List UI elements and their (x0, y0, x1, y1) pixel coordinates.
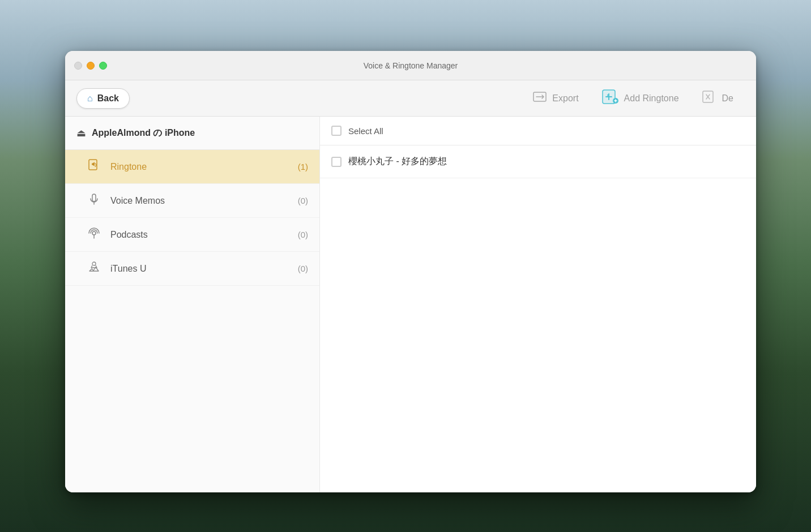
sidebar-podcasts-label: Podcasts (110, 230, 298, 240)
back-label: Back (97, 93, 119, 104)
export-label: Export (552, 93, 578, 104)
titlebar: Voice & Ringtone Manager (65, 51, 756, 80)
content-area: ⏏ AppleAlmond の iPhone Ringtone (1) (65, 117, 756, 492)
export-button[interactable]: Export (520, 84, 590, 113)
app-window: Voice & Ringtone Manager ⌂ Back Export (65, 51, 756, 492)
add-ringtone-label: Add Ringtone (624, 93, 679, 104)
add-ringtone-button[interactable]: Add Ringtone (590, 83, 690, 114)
device-eject-icon: ⏏ (76, 127, 86, 139)
maximize-button[interactable] (99, 62, 107, 70)
select-all-checkbox[interactable] (331, 126, 342, 136)
sidebar-itunes-u-count: (0) (298, 264, 308, 273)
ringtone-icon (88, 159, 105, 174)
device-name: AppleAlmond の iPhone (92, 127, 195, 139)
table-row[interactable]: 櫻桃小丸子 - 好多的夢想 (320, 145, 756, 178)
sidebar-itunes-u-label: iTunes U (110, 264, 298, 274)
svg-point-7 (92, 231, 96, 235)
device-header: ⏏ AppleAlmond の iPhone (65, 117, 319, 150)
sidebar-item-podcasts[interactable]: Podcasts (0) (65, 218, 319, 252)
select-all-label: Select All (348, 126, 383, 136)
sidebar-ringtone-label: Ringtone (110, 162, 298, 172)
voice-memos-icon (88, 193, 105, 208)
svg-point-9 (92, 262, 96, 265)
select-all-row[interactable]: Select All (320, 117, 756, 145)
sidebar-item-itunes-u[interactable]: iTunes U (0) (65, 252, 319, 286)
close-button[interactable] (74, 62, 82, 70)
toolbar: ⌂ Back Export (65, 80, 756, 117)
main-panel: Select All 櫻桃小丸子 - 好多的夢想 (320, 117, 756, 492)
traffic-lights (74, 62, 107, 70)
add-ringtone-icon (601, 88, 620, 109)
minimize-button[interactable] (87, 62, 95, 70)
export-icon (532, 89, 548, 108)
sidebar-voice-memos-count: (0) (298, 196, 308, 205)
row-label: 櫻桃小丸子 - 好多的夢想 (348, 156, 447, 168)
delete-button[interactable]: De (690, 84, 745, 113)
sidebar-item-voice-memos[interactable]: Voice Memos (0) (65, 184, 319, 218)
delete-label: De (722, 93, 733, 104)
sidebar-voice-memos-label: Voice Memos (110, 196, 298, 206)
podcasts-icon (88, 227, 105, 242)
sidebar: ⏏ AppleAlmond の iPhone Ringtone (1) (65, 117, 320, 492)
home-icon: ⌂ (87, 93, 93, 104)
sidebar-podcasts-count: (0) (298, 230, 308, 239)
sidebar-item-ringtone[interactable]: Ringtone (1) (65, 150, 319, 184)
window-title: Voice & Ringtone Manager (364, 61, 458, 70)
itunes-u-icon (88, 261, 105, 276)
row-checkbox[interactable] (331, 157, 342, 167)
sidebar-ringtone-count: (1) (298, 162, 308, 171)
back-button[interactable]: ⌂ Back (76, 88, 130, 109)
delete-icon (702, 89, 718, 108)
